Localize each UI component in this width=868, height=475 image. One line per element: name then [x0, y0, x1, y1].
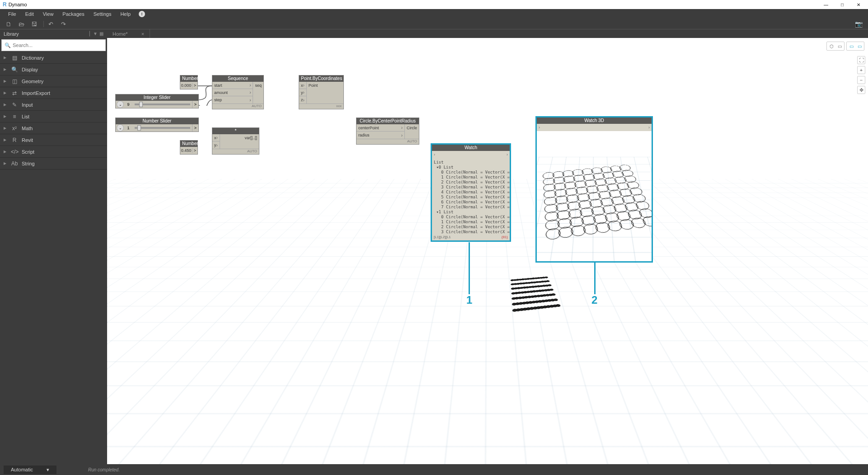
- port-circle[interactable]: Circle: [405, 124, 419, 132]
- callout-2: 2: [591, 294, 597, 306]
- slider-track[interactable]: [135, 103, 190, 105]
- zoom-controls: ⛶ + − ✥: [857, 56, 865, 94]
- node-footer: AUTO: [212, 103, 263, 109]
- titlebar: R Dynamo — □ ✕: [0, 0, 868, 9]
- node-sequence[interactable]: Sequence start› amount› step› seq AUTO: [212, 75, 264, 109]
- node-title: Number: [180, 141, 197, 147]
- workspace[interactable]: ⬡ ▭ ▭ ▭ ⛶ + − ✥: [107, 38, 868, 466]
- node-title: Sequence: [212, 75, 263, 82]
- node-integer-slider[interactable]: Integer Slider ⌄ 9 >: [115, 94, 199, 108]
- slider-value[interactable]: 9: [124, 102, 133, 107]
- port-step[interactable]: step›: [212, 96, 253, 103]
- node-watch[interactable]: Watch ›› List ▾0 List 0 Circle(Normal = …: [431, 143, 511, 242]
- callout-1: 1: [466, 294, 472, 306]
- view-wire-icon[interactable]: ▭: [836, 43, 843, 49]
- tab-home[interactable]: Home* ×: [107, 29, 150, 38]
- node-number-2[interactable]: Number 0.450>: [180, 140, 198, 155]
- lib-filter-icon[interactable]: ⎢: [89, 31, 91, 36]
- node-watch-3d[interactable]: Watch 3D ››: [535, 116, 653, 263]
- node-number-slider[interactable]: Number Slider ⌄ 1 >: [115, 118, 199, 132]
- lib-item-script[interactable]: ▶</>Script: [0, 146, 107, 158]
- maximize-button[interactable]: □: [835, 0, 849, 9]
- zoom-in-icon[interactable]: +: [857, 66, 865, 74]
- lib-item-display[interactable]: ▶🔍Display: [0, 64, 107, 75]
- menu-edit[interactable]: Edit: [21, 11, 38, 17]
- port-out[interactable]: >: [192, 124, 198, 132]
- lib-item-revit[interactable]: ▶RRevit: [0, 134, 107, 146]
- zoom-out-icon[interactable]: −: [857, 76, 865, 84]
- lib-item-importexport[interactable]: ▶⇄ImportExport: [0, 87, 107, 99]
- lib-item-string[interactable]: ▶AbString: [0, 158, 107, 169]
- minimize-button[interactable]: —: [819, 0, 833, 9]
- camera-icon[interactable]: 📷: [855, 20, 863, 28]
- watch-content[interactable]: List ▾0 List 0 Circle(Normal = Vector(X …: [432, 158, 510, 235]
- port-start[interactable]: start›: [212, 82, 253, 89]
- menu-help[interactable]: Help: [116, 11, 135, 17]
- menu-file[interactable]: File: [4, 11, 21, 17]
- port-z[interactable]: z›: [299, 96, 306, 103]
- node-circle-bycenterpointradius[interactable]: Circle.ByCenterPointRadius centerPoint› …: [356, 118, 419, 145]
- redo-icon[interactable]: ↷: [58, 19, 68, 28]
- library-header: Library ⎢ ▼ ▦: [0, 29, 107, 38]
- watch-bar[interactable]: ››: [432, 151, 510, 158]
- node-footer: AUTO: [212, 149, 259, 154]
- node-number-1[interactable]: Number 0.000>: [180, 75, 198, 89]
- slider-value[interactable]: 1: [124, 126, 133, 130]
- tab-label: Home*: [113, 31, 128, 37]
- lib-view-icon[interactable]: ▦: [99, 31, 103, 36]
- number-value[interactable]: 0.000: [180, 83, 192, 88]
- menu-settings[interactable]: Settings: [89, 11, 116, 17]
- port-out[interactable]: >: [192, 101, 198, 108]
- port-y[interactable]: y›: [299, 89, 306, 96]
- run-mode-dropdown[interactable]: Automatic▾: [4, 466, 56, 474]
- port-x[interactable]: x›: [212, 134, 220, 141]
- library-sidebar: 🔍 ▶▤Dictionary ▶🔍Display ▶◫Geometry ▶⇄Im…: [0, 38, 107, 466]
- port-var[interactable]: var[]..[]: [220, 134, 259, 141]
- port-point[interactable]: Point: [307, 82, 320, 89]
- lib-item-dictionary[interactable]: ▶▤Dictionary: [0, 52, 107, 64]
- view-toggle-group: ⬡ ▭ ▭ ▭: [826, 42, 864, 51]
- menu-packages[interactable]: Packages: [58, 11, 89, 17]
- port-centerpoint[interactable]: centerPoint›: [357, 124, 404, 132]
- search-input[interactable]: [13, 42, 103, 48]
- search-icon: 🔍: [5, 42, 11, 48]
- watch3d-viewport[interactable]: [537, 131, 652, 261]
- library-title: Library: [4, 31, 19, 37]
- port-y[interactable]: y›: [212, 141, 220, 149]
- view-geom-icon[interactable]: ▭: [856, 43, 863, 49]
- pan-icon[interactable]: ✥: [857, 86, 865, 94]
- new-file-icon[interactable]: 🗋: [4, 19, 14, 28]
- port-radius[interactable]: radius›: [357, 132, 404, 139]
- undo-icon[interactable]: ↶: [46, 19, 56, 28]
- node-title: Watch: [432, 145, 510, 151]
- port-amount[interactable]: amount›: [212, 89, 253, 96]
- tab-close-icon[interactable]: ×: [141, 31, 144, 37]
- node-title: *: [212, 128, 259, 134]
- menu-view[interactable]: View: [38, 11, 58, 17]
- save-file-icon[interactable]: 🖫: [29, 19, 39, 28]
- node-multiply[interactable]: * x› y› var[]..[] AUTO: [212, 127, 259, 155]
- slider-track[interactable]: [135, 127, 190, 129]
- view-3d-icon[interactable]: ⬡: [828, 43, 835, 49]
- lib-item-list[interactable]: ▶≡List: [0, 111, 107, 122]
- lib-sort-icon[interactable]: ▼: [93, 31, 98, 36]
- close-button[interactable]: ✕: [852, 0, 865, 9]
- port-seq[interactable]: seq: [253, 82, 263, 89]
- lib-item-geometry[interactable]: ▶◫Geometry: [0, 75, 107, 87]
- slider-expand-icon[interactable]: ⌄: [117, 101, 124, 108]
- slider-expand-icon[interactable]: ⌄: [117, 124, 124, 132]
- node-point-bycoordinates[interactable]: Point.ByCoordinates x› y› z› Point xxx: [299, 75, 344, 109]
- number-value[interactable]: 0.450: [180, 148, 192, 153]
- lib-item-input[interactable]: ▶✎Input: [0, 99, 107, 111]
- watch3d-bar[interactable]: ››: [537, 124, 652, 131]
- library-search[interactable]: 🔍: [1, 39, 106, 51]
- zoom-fit-icon[interactable]: ⛶: [857, 56, 865, 64]
- port-x[interactable]: x›: [299, 82, 306, 89]
- info-indicator-icon[interactable]: !: [139, 11, 145, 17]
- view-nav-icon[interactable]: ▭: [848, 43, 855, 49]
- node-footer: xxx: [299, 103, 343, 109]
- open-file-icon[interactable]: 🗁: [16, 19, 26, 28]
- toolbar: 🗋 🗁 🖫 ↶ ↷ 📷: [0, 19, 868, 29]
- node-title: Point.ByCoordinates: [299, 75, 343, 82]
- lib-item-math[interactable]: ▶x²Math: [0, 122, 107, 134]
